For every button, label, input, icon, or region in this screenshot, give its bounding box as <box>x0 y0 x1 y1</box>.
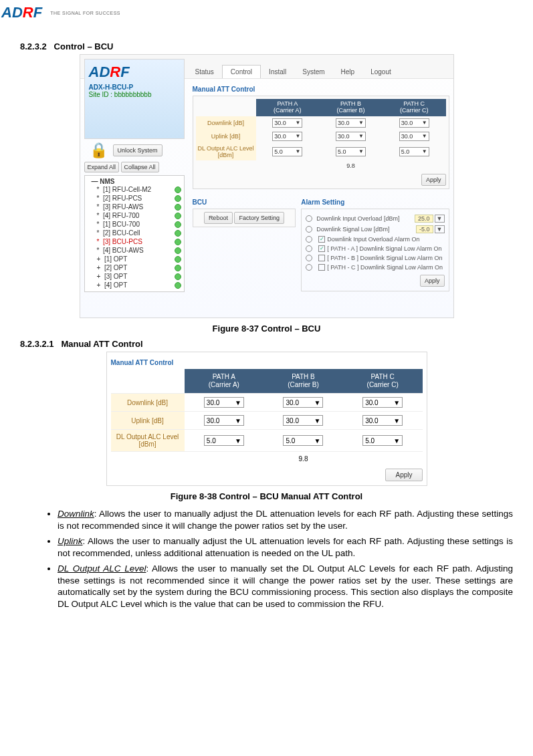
row-label: Downlink [dB] <box>196 116 256 130</box>
value-dropdown[interactable]: 30.0▼ <box>399 132 429 141</box>
tree-item[interactable]: + [1] OPT <box>85 255 184 263</box>
tree-item[interactable]: * [1] BCU-700 <box>85 220 184 229</box>
expand-all-button[interactable]: Expand All <box>84 162 120 172</box>
radio-icon[interactable] <box>306 264 312 271</box>
value-dropdown[interactable]: 30.0▼ <box>399 118 429 128</box>
tree-item[interactable]: * [1] RFU-Cell-M2 <box>85 185 184 194</box>
value-dropdown[interactable]: 5.0▼ <box>283 435 323 446</box>
checkbox[interactable] <box>318 264 325 271</box>
alarm-setting-title: Alarm Setting <box>301 199 449 206</box>
value-dropdown[interactable]: 30.0▼ <box>362 397 403 408</box>
factory-setting-button[interactable]: Factory Setting <box>234 212 284 224</box>
status-dot-icon <box>175 230 181 237</box>
reboot-button[interactable]: Reboot <box>204 212 233 224</box>
tree-item[interactable]: + [4] OPT <box>85 281 184 289</box>
composite-value: 9.8 <box>185 452 423 467</box>
chevron-down-icon: ▼ <box>295 148 300 154</box>
bcu-title: BCU <box>193 199 296 206</box>
value-dropdown[interactable]: 30.0▼ <box>283 397 323 408</box>
tree-item[interactable]: * [4] BCU-AWS <box>85 246 184 255</box>
tab-logout[interactable]: Logout <box>362 66 399 78</box>
value-dropdown[interactable]: 5.0▼ <box>336 147 366 156</box>
unlock-button[interactable]: Unlock System <box>113 144 163 156</box>
tree-item[interactable]: + [3] OPT <box>85 272 184 281</box>
status-dot-icon <box>175 204 181 211</box>
radio-icon[interactable] <box>306 255 312 261</box>
value-dropdown[interactable]: 5.0▼ <box>362 435 403 446</box>
alarm-value[interactable]: -5.0 <box>416 225 433 233</box>
device-tree: — NMS * [1] RFU-Cell-M2* [2] RFU-PCS* [3… <box>84 175 185 292</box>
apply-button[interactable]: Apply <box>385 469 422 481</box>
status-dot-icon <box>175 195 181 202</box>
collapse-all-button[interactable]: Collapse All <box>121 162 159 172</box>
col-path-b: PATH B(Carrier B) <box>263 369 343 394</box>
tab-system[interactable]: System <box>294 66 332 78</box>
tree-item[interactable]: * [3] BCU-PCS <box>85 237 184 246</box>
sidebar: 🔒 Unlock System Expand All Collapse All … <box>84 142 185 292</box>
value-dropdown[interactable]: 30.0▼ <box>204 415 244 426</box>
att-row: DL Output ALC Level [dBm]5.0▼5.0▼5.0▼ <box>111 430 423 452</box>
chevron-down-icon: ▼ <box>235 399 241 406</box>
col-path-c: PATH C(Carrier C) <box>383 99 446 116</box>
manual-att-panel: PATH A(Carrier A) PATH B(Carrier B) PATH… <box>193 96 449 189</box>
radio-icon[interactable] <box>306 236 312 243</box>
value-dropdown[interactable]: 30.0▼ <box>272 132 302 141</box>
status-dot-icon <box>175 186 181 193</box>
row-label: Uplink [dB] <box>111 412 185 430</box>
chevron-down-icon: ▼ <box>235 417 241 424</box>
tab-control[interactable]: Control <box>222 65 261 78</box>
value-dropdown[interactable]: 5.0▼ <box>399 147 429 156</box>
alarm-row: ✓Downlink Input Overload Alarm On <box>306 235 444 244</box>
tab-status[interactable]: Status <box>187 66 222 78</box>
chevron-down-icon: ▼ <box>314 399 321 406</box>
alarm-label: Downlink Input Overload [dBm] <box>316 215 399 222</box>
apply-button[interactable]: Apply <box>420 275 445 287</box>
device-name: ADX-H-BCU-P <box>89 84 180 91</box>
alarm-panel: Downlink Input Overload [dBm]25.0▼Downli… <box>301 209 449 291</box>
value-dropdown[interactable]: 30.0▼ <box>336 118 366 128</box>
status-dot-icon <box>175 213 181 219</box>
manual-att-zoom-screenshot: Manual ATT Control PATH A(Carrier A) PAT… <box>106 352 427 486</box>
value-dropdown[interactable]: 30.0▼ <box>336 132 366 141</box>
alarm-value[interactable]: 25.0 <box>415 215 433 223</box>
value-dropdown[interactable]: 30.0▼ <box>283 415 323 426</box>
row-label: DL Output ALC Level [dBm] <box>196 143 256 160</box>
radio-icon[interactable] <box>306 226 312 233</box>
chevron-down-icon[interactable]: ▼ <box>435 215 445 223</box>
apply-button[interactable]: Apply <box>421 174 446 186</box>
chevron-down-icon: ▼ <box>422 133 427 139</box>
checkbox[interactable]: ✓ <box>318 236 325 243</box>
tree-item[interactable]: * [2] BCU-Cell <box>85 229 184 237</box>
composite-value: 9.8 <box>256 160 446 171</box>
checkbox[interactable] <box>318 255 325 261</box>
radio-icon[interactable] <box>306 215 312 222</box>
page-header: AD R F THE SIGNAL FOR SUCCESS <box>0 0 533 21</box>
alarm-row: Downlink Signal Low [dBm]-5.0▼ <box>306 224 444 235</box>
alarm-label: Downlink Input Overload Alarm On <box>327 236 419 243</box>
value-dropdown[interactable]: 30.0▼ <box>362 415 403 426</box>
att-row: DL Output ALC Level [dBm]5.0▼5.0▼5.0▼ <box>196 143 446 160</box>
tree-item[interactable]: * [4] RFU-700 <box>85 211 184 220</box>
tree-item[interactable]: * [2] RFU-PCS <box>85 194 184 203</box>
value-dropdown[interactable]: 30.0▼ <box>272 118 302 128</box>
value-dropdown[interactable]: 30.0▼ <box>204 397 244 408</box>
tree-item[interactable]: * [3] RFU-AWS <box>85 203 184 211</box>
value-dropdown[interactable]: 5.0▼ <box>204 435 244 446</box>
tree-root: — NMS <box>85 178 184 185</box>
checkbox[interactable]: ✓ <box>318 245 325 252</box>
chevron-down-icon[interactable]: ▼ <box>435 225 445 233</box>
status-dot-icon <box>175 239 181 245</box>
tree-item[interactable]: + [2] OPT <box>85 263 184 272</box>
control-bcu-screenshot: Status Control Install System Help Logou… <box>80 54 454 318</box>
chevron-down-icon: ▼ <box>358 133 364 139</box>
alarm-row: ✓[ PATH - A ] Downlink Signal Low Alarm … <box>306 244 444 253</box>
tab-help[interactable]: Help <box>333 66 363 78</box>
status-dot-icon <box>175 273 181 280</box>
alarm-label: [ PATH - B ] Downlink Signal Low Alarm O… <box>327 255 442 261</box>
alarm-label: [ PATH - A ] Downlink Signal Low Alarm O… <box>327 245 441 252</box>
value-dropdown[interactable]: 5.0▼ <box>272 147 302 156</box>
radio-icon[interactable] <box>306 245 312 252</box>
status-dot-icon <box>175 256 181 263</box>
att-row: Uplink [dB]30.0▼30.0▼30.0▼ <box>111 412 423 430</box>
tab-install[interactable]: Install <box>261 66 294 78</box>
